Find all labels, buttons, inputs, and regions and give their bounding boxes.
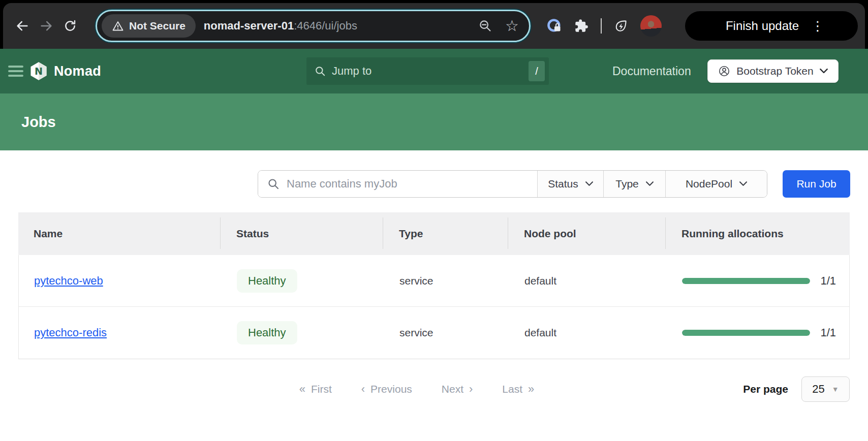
finish-update-button[interactable]: Finish update ⋮ xyxy=(685,11,858,41)
allocations-progress-fill xyxy=(682,330,810,336)
job-node-pool-cell: default xyxy=(508,275,666,287)
page-banner: Jobs xyxy=(0,93,868,150)
chevron-down-icon xyxy=(820,69,828,74)
lock-circle-extension-icon xyxy=(547,18,562,34)
per-page-select[interactable]: 25 ▼ xyxy=(801,376,850,402)
caret-down-icon: ▼ xyxy=(832,385,839,393)
search-icon xyxy=(315,66,326,77)
forward-arrow-icon xyxy=(39,19,53,33)
allocations-progress-fill xyxy=(682,278,810,284)
type-filter-dropdown[interactable]: Type xyxy=(603,171,665,197)
reload-button[interactable] xyxy=(63,15,78,37)
url-host: nomad-server-01 xyxy=(204,19,294,32)
brand-name: Nomad xyxy=(54,64,101,79)
type-filter-label: Type xyxy=(615,178,639,190)
extension-rail: Finish update ⋮ xyxy=(547,11,858,41)
allocations-count: 1/1 xyxy=(820,274,836,288)
password-extension-button[interactable] xyxy=(547,18,562,34)
nomad-navbar: N Nomad / Documentation Bootstrap Token xyxy=(0,49,868,93)
column-header-type: Type xyxy=(383,212,508,255)
documentation-link[interactable]: Documentation xyxy=(612,49,691,93)
nomad-home-link[interactable]: N Nomad xyxy=(28,61,101,81)
job-node-pool-cell: default xyxy=(508,327,666,339)
column-header-status: Status xyxy=(220,212,383,255)
job-type-cell: service xyxy=(383,275,508,287)
job-allocations-cell: 1/1 xyxy=(666,274,849,288)
table-body: pytechco-web Healthy service default 1/1… xyxy=(18,255,850,359)
nomad-logo-icon: N xyxy=(28,61,49,81)
next-page-button[interactable]: Next › xyxy=(442,383,473,396)
performance-button[interactable] xyxy=(614,19,628,33)
job-name-cell: pytechco-web xyxy=(19,274,221,288)
url-path: :4646/ui/jobs xyxy=(294,19,357,32)
job-link[interactable]: pytechco-redis xyxy=(34,326,107,339)
site-security-chip[interactable]: Not Secure xyxy=(102,14,196,38)
pagination-row: « First ‹ Previous Next › Last » Per pag… xyxy=(0,375,868,403)
last-page-button[interactable]: Last » xyxy=(502,383,534,396)
reload-icon xyxy=(64,19,77,33)
chevron-down-icon xyxy=(585,181,593,186)
person-circle-icon xyxy=(718,65,730,77)
sidebar-menu-button[interactable] xyxy=(8,66,23,77)
zoom-out-magnifier-icon xyxy=(479,19,492,33)
browser-toolbar: Not Secure nomad-server-01:4646/ui/jobs … xyxy=(3,3,865,49)
token-button-label: Bootstrap Token xyxy=(736,65,813,77)
allocations-count: 1/1 xyxy=(820,326,836,339)
finish-update-label: Finish update xyxy=(726,19,799,33)
browser-chrome: Not Secure nomad-server-01:4646/ui/jobs … xyxy=(0,0,868,49)
address-bar[interactable]: Not Secure nomad-server-01:4646/ui/jobs … xyxy=(96,10,531,42)
filter-group: Status Type NodePool xyxy=(258,170,767,198)
column-header-node-pool: Node pool xyxy=(508,212,665,255)
previous-page-button[interactable]: ‹ Previous xyxy=(361,383,412,396)
zoom-level-button[interactable] xyxy=(479,19,492,33)
back-arrow-icon xyxy=(15,19,29,33)
url-text: nomad-server-01:4646/ui/jobs xyxy=(204,19,357,33)
filter-row: Status Type NodePool Run Job xyxy=(258,170,850,198)
status-filter-label: Status xyxy=(548,178,578,190)
status-filter-dropdown[interactable]: Status xyxy=(537,171,603,197)
job-search-box[interactable] xyxy=(258,171,537,197)
jump-to-input[interactable] xyxy=(332,65,529,78)
pagination: « First ‹ Previous Next › Last » xyxy=(299,375,535,403)
page-title: Jobs xyxy=(21,114,56,131)
job-name-cell: pytechco-redis xyxy=(19,326,221,339)
bookmark-star-button[interactable]: ☆ xyxy=(505,18,519,34)
jobs-table: Name Status Type Node pool Running alloc… xyxy=(18,212,850,359)
chevron-right-icon: › xyxy=(469,383,473,396)
job-link[interactable]: pytechco-web xyxy=(34,274,103,287)
puzzle-piece-icon xyxy=(574,19,588,33)
allocations-progress-bar xyxy=(682,278,810,284)
jump-to-search[interactable]: / xyxy=(306,57,549,85)
status-badge: Healthy xyxy=(237,321,297,344)
job-status-cell: Healthy xyxy=(221,321,383,344)
run-job-button[interactable]: Run Job xyxy=(783,170,850,198)
toolbar-divider xyxy=(601,18,602,34)
per-page-control: Per page 25 ▼ xyxy=(743,375,850,403)
job-allocations-cell: 1/1 xyxy=(666,326,849,339)
double-chevron-right-icon: » xyxy=(528,383,534,396)
back-button[interactable] xyxy=(14,15,30,37)
last-page-label: Last xyxy=(502,383,522,395)
table-row[interactable]: pytechco-web Healthy service default 1/1 xyxy=(19,255,849,307)
forward-button[interactable] xyxy=(38,15,54,37)
bootstrap-token-button[interactable]: Bootstrap Token xyxy=(707,59,839,83)
nodepool-filter-dropdown[interactable]: NodePool xyxy=(665,171,767,197)
profile-avatar[interactable] xyxy=(640,15,662,37)
status-badge: Healthy xyxy=(237,269,297,293)
first-page-button[interactable]: « First xyxy=(299,383,332,396)
chevron-left-icon: ‹ xyxy=(361,383,365,396)
warning-triangle-icon xyxy=(112,20,124,32)
table-row[interactable]: pytechco-redis Healthy service default 1… xyxy=(19,307,849,359)
previous-page-label: Previous xyxy=(370,383,412,395)
per-page-label: Per page xyxy=(743,383,788,395)
nodepool-filter-label: NodePool xyxy=(686,178,732,190)
next-page-label: Next xyxy=(442,383,463,395)
table-header-row: Name Status Type Node pool Running alloc… xyxy=(18,212,850,255)
column-header-running-allocations: Running allocations xyxy=(665,212,850,255)
extensions-button[interactable] xyxy=(574,19,588,33)
job-search-input[interactable] xyxy=(287,177,529,191)
column-header-name: Name xyxy=(18,212,220,255)
search-icon xyxy=(267,178,280,190)
kebab-menu-icon: ⋮ xyxy=(811,19,824,33)
star-icon: ☆ xyxy=(505,18,519,34)
